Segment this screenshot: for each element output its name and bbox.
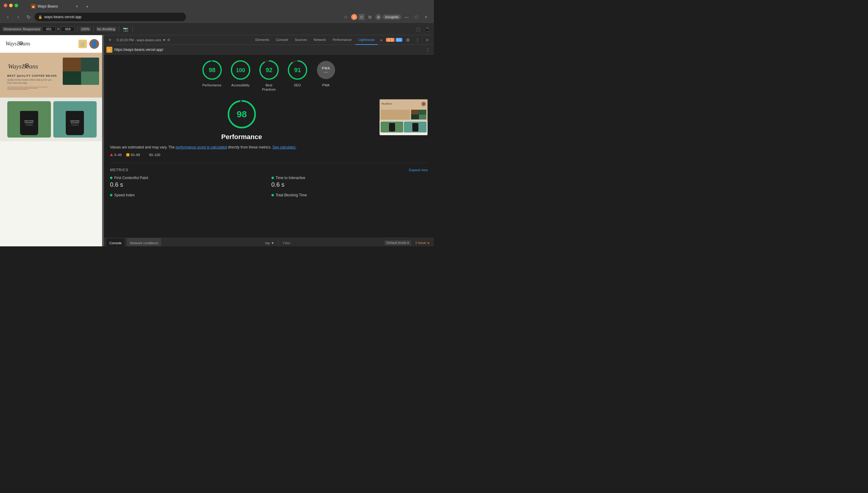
reload-button[interactable]: ↻ [24, 13, 33, 21]
lighthouse-scores-row: 98 Performance 100 Accessibility [110, 59, 428, 92]
score-circle-best-practices: 92 [258, 59, 280, 81]
average-icon [126, 153, 129, 156]
fail-range: 0–49 [114, 153, 122, 157]
product-card-2[interactable]: NARCOFFEEROASTERS NICARAGUA [53, 101, 97, 137]
score-label-seo: SEO [294, 83, 301, 87]
traffic-lights [4, 4, 18, 7]
legend-average: 50–89 [126, 153, 140, 157]
devtools-tab-performance[interactable]: Performance [330, 35, 355, 45]
ss-img-2 [419, 110, 427, 114]
window-close-icon[interactable]: × [422, 13, 430, 21]
metric-tbt: Total Blocking Time [272, 193, 428, 198]
user-avatar[interactable]: 👤 [89, 39, 99, 49]
console-tab[interactable]: Console [106, 238, 125, 246]
site-header: Ways Beans 🛒 👤 [0, 35, 104, 53]
nav-bar: ‹ › ↻ 🔒 ways-beans.vercel.app ☆ G ⬡ ⧉ ⊞ … [0, 11, 434, 23]
score-circle-accessibility: 100 [230, 59, 251, 81]
devtools-tabs-more[interactable]: » [378, 38, 385, 42]
browser-tab[interactable]: ☕ Ways Beans × [27, 2, 82, 11]
ss-img-4 [419, 114, 427, 120]
profile-button[interactable]: ⊞ [375, 14, 382, 20]
cart-icon[interactable]: 🛒 [79, 40, 87, 48]
performance-score-left: 98 Performance Values are estimated and … [110, 99, 373, 157]
browser-window: ☕ Ways Beans × + ‹ › ↻ 🔒 ways-beans.verc… [0, 0, 434, 246]
lighthouse-logo-icon: L [106, 47, 112, 53]
main-content-area: Ways Beans 🛒 👤 [0, 35, 434, 246]
score-item-best-practices: 92 BestPractices [258, 59, 280, 92]
width-input[interactable]: 651 [42, 26, 56, 32]
extension-icon-2[interactable]: ⬡ [359, 14, 365, 20]
svg-text:Beans: Beans [17, 41, 30, 47]
lighthouse-url-more[interactable]: ⋮ [424, 46, 431, 53]
site-screenshot: WaysBeans [379, 99, 428, 135]
tab-close-button[interactable]: × [76, 4, 78, 9]
expand-view-button[interactable]: Expand view [409, 168, 428, 172]
dropdown-arrow-icon[interactable]: ▼ [271, 241, 275, 245]
devtools-close[interactable]: × [423, 36, 431, 44]
toolbar-divider-2 [93, 26, 94, 32]
site-hero-title: BEST QUALITY COFFEE BEANS [7, 74, 58, 77]
devtools-tab-console[interactable]: Console [273, 35, 291, 45]
svg-text:—: — [324, 70, 328, 74]
new-tab-button[interactable]: + [83, 2, 91, 11]
address-bar[interactable]: 🔒 ways-beans.vercel.app [35, 13, 186, 21]
screenshot-header: WaysBeans [379, 100, 428, 108]
screenshot-content: WaysBeans [379, 100, 428, 135]
back-button[interactable]: ‹ [4, 13, 12, 21]
metric-tti-dot [272, 177, 274, 179]
score-item-accessibility: 100 Accessibility [230, 59, 251, 92]
metrics-grid: First Contentful Paint 0.6 s Time to Int… [110, 176, 428, 198]
screenshot-logo: WaysBeans [382, 102, 392, 105]
svg-point-7 [26, 65, 28, 66]
devtools-tab-sources[interactable]: Sources [292, 35, 310, 45]
screenshot-product-1 [381, 122, 403, 132]
metric-si-dot [110, 194, 112, 196]
minimize-button[interactable] [9, 4, 13, 7]
product-label-1: NARCOFFEEROASTERS [24, 120, 34, 124]
close-button[interactable] [4, 4, 7, 7]
calc-link[interactable]: See calculator. [273, 145, 296, 149]
site-header-icons: 🛒 👤 [79, 39, 99, 49]
product-card-1[interactable]: NARCOFFEEROASTERS GUATEMALA [7, 101, 51, 137]
inspect-tool[interactable]: ⬚ [414, 25, 422, 33]
devtools-tab-elements[interactable]: Elements [252, 35, 273, 45]
fullscreen-button[interactable] [15, 4, 18, 7]
devtools-more-options[interactable]: ⋮ [413, 36, 422, 44]
minimize-icon[interactable]: — [402, 13, 411, 21]
website-content: Ways Beans 🛒 👤 [0, 35, 104, 246]
dimensions-select[interactable]: Dimensions: Responsive [2, 27, 42, 31]
svg-text:Ways: Ways [8, 62, 22, 70]
pass-icon [145, 153, 148, 156]
extensions-button[interactable]: ⧉ [366, 13, 374, 21]
score-circle-pwa: PWA — [316, 59, 337, 81]
hero-img-cell-4 [81, 71, 100, 85]
throttling-select[interactable]: No throttling [96, 27, 116, 31]
site-hero-logo: Ways Beans [7, 60, 58, 72]
default-levels-btn[interactable]: Default levels ▾ [385, 240, 411, 245]
maximize-icon[interactable]: □ [412, 13, 420, 21]
perf-score-link[interactable]: performance score is calculated [176, 145, 227, 149]
issue-count: 1 Issue: ▸ [413, 240, 431, 245]
dimension-separator: × [56, 26, 60, 32]
panel-resize-handle[interactable]: ••• [102, 35, 104, 246]
device-toolbar[interactable]: 📱 [423, 25, 431, 33]
extension-icon-1[interactable]: G [351, 14, 357, 20]
info-badge: ℹ 1 [396, 38, 402, 42]
console-filter-input[interactable]: Filter [283, 241, 382, 245]
site-hero: Ways Beans BEST QUALITY COFFEE BEANS Qua… [0, 53, 104, 98]
toolbar-divider-1 [77, 26, 77, 32]
svg-text:Ways: Ways [5, 41, 17, 47]
add-panel-button[interactable]: + [106, 36, 114, 44]
capture-screenshot-icon[interactable]: 📷 [122, 25, 130, 33]
height-input[interactable]: 658 [61, 26, 74, 32]
bookmark-button[interactable]: ☆ [342, 13, 350, 21]
navigation-icon: ⊘ [167, 38, 170, 42]
devtools-tab-lighthouse[interactable]: Lighthouse [355, 35, 378, 45]
forward-button[interactable]: › [14, 13, 22, 21]
ss-img-1 [411, 110, 419, 114]
metrics-section: METRICS Expand view First Contentful Pai… [110, 163, 428, 198]
network-conditions-tab[interactable]: Network conditions [127, 238, 161, 246]
zoom-select[interactable]: 100% [80, 27, 91, 31]
devtools-tab-network[interactable]: Network [310, 35, 329, 45]
devtools-settings[interactable]: ⚙ [404, 36, 412, 44]
